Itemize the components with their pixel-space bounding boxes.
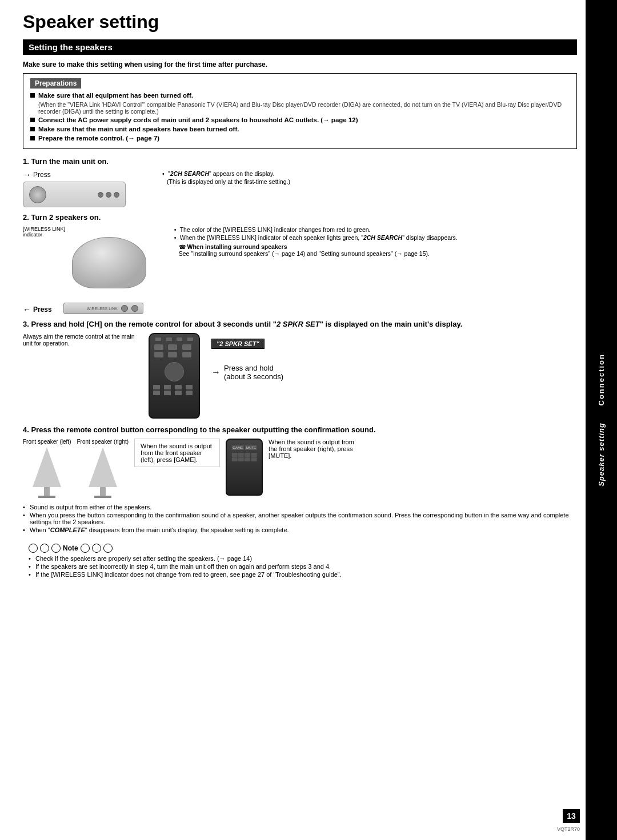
main-unit-figure bbox=[23, 182, 126, 207]
page-number: 13 bbox=[563, 809, 580, 823]
prep-bold-1: Make sure that all equipment has been tu… bbox=[38, 92, 193, 99]
sidebar-connection-label: Connection bbox=[597, 353, 606, 406]
prep-text-4: Prepare the remote control. (→ page 7) bbox=[38, 135, 159, 142]
note-circle-2 bbox=[40, 544, 49, 553]
press-hold-text: Press and hold (about 3 seconds) bbox=[224, 364, 283, 381]
rc-btn-2 bbox=[168, 344, 177, 350]
front-right-label: Front speaker (right) bbox=[77, 439, 129, 445]
remote-control-figure bbox=[149, 333, 200, 419]
step2-right: The color of the [WIRELESS LINK] indicat… bbox=[172, 226, 577, 257]
r-btn-1 bbox=[155, 337, 161, 341]
note-item-1: Check if the speakers are properly set a… bbox=[29, 555, 571, 562]
prep-sub-1: (When the "VIERA Link 'HDAVI Control'" c… bbox=[38, 101, 570, 115]
prep-item-1: Make sure that all equipment has been tu… bbox=[30, 92, 570, 99]
step2-heading: 2. Turn 2 speakers on. bbox=[23, 213, 577, 222]
rbg-8 bbox=[186, 391, 193, 395]
dome-top bbox=[72, 237, 146, 288]
note-title: Note bbox=[29, 544, 571, 553]
prep-item-2: Connect the AC power supply cords of mai… bbox=[30, 116, 570, 123]
step4-section: 4. Press the remote control button corre… bbox=[23, 425, 577, 582]
step2-arrow-icon: ← bbox=[23, 305, 31, 314]
note-item-2: If the speakers are set incorrectly in s… bbox=[29, 563, 571, 570]
note-circle-5 bbox=[92, 544, 101, 553]
install-note: ☎ When installing surround speakers See … bbox=[172, 243, 577, 257]
confirm-box-left: When the sound is output from the front … bbox=[134, 439, 220, 467]
step3-aside: Always aim the remote control at the mai… bbox=[23, 333, 137, 347]
gs-1 bbox=[231, 453, 237, 457]
remote-center-btns bbox=[150, 342, 199, 360]
step2-speaker-group: ← Press bbox=[23, 300, 52, 314]
prep-text-2: Connect the AC power supply cords of mai… bbox=[38, 116, 358, 123]
preparations-box: Preparations Make sure that all equipmen… bbox=[23, 73, 577, 149]
step3-arrow-icon: → bbox=[211, 367, 221, 377]
step1-press: → Press bbox=[23, 170, 149, 179]
gs-4 bbox=[251, 453, 257, 457]
prep-text-3: Make sure that the main unit and speaker… bbox=[38, 126, 239, 132]
gs-5 bbox=[231, 457, 237, 461]
speaker-base-right bbox=[94, 496, 111, 498]
step1-row: → Press "2CH SEARCH" appears on the disp… bbox=[23, 170, 577, 207]
mu-btn-1 bbox=[98, 192, 103, 198]
install-title: When installing surround speakers bbox=[187, 243, 287, 250]
remote-small-grid bbox=[231, 453, 257, 461]
dome-base: WIRELESS LINK bbox=[63, 303, 143, 314]
step1-left: → Press bbox=[23, 170, 149, 207]
step1-heading: 1. Turn the main unit on. bbox=[23, 157, 577, 166]
speaker-stand-right bbox=[100, 487, 106, 496]
rbg-6 bbox=[164, 391, 171, 395]
phone-icon: ☎ bbox=[179, 244, 187, 250]
gs-2 bbox=[238, 453, 244, 457]
intro-text: Make sure to make this setting when usin… bbox=[23, 61, 577, 69]
gs-8 bbox=[251, 457, 257, 461]
game-btn: GAME bbox=[231, 445, 244, 450]
bullet-notes-area: Sound is output from either of the speak… bbox=[23, 504, 577, 533]
step1-right: "2CH SEARCH" appears on the display. (Th… bbox=[160, 170, 577, 186]
gs-3 bbox=[245, 453, 250, 457]
rc-btn-5 bbox=[168, 352, 177, 357]
step1-press-label: Press bbox=[33, 171, 51, 179]
right-sidebar: Connection Speaker setting bbox=[586, 0, 617, 840]
wireless-link-text-small: WIRELESS LINK bbox=[87, 307, 118, 311]
rbg-5 bbox=[153, 391, 160, 395]
confirm-remote-area: GAME MUTE bbox=[226, 439, 263, 496]
remote-top-row bbox=[150, 334, 199, 342]
mu-btn-2 bbox=[106, 192, 111, 198]
rc-btn-6 bbox=[182, 352, 191, 357]
note-circle-6 bbox=[103, 544, 113, 553]
note-circle-3 bbox=[51, 544, 61, 553]
press-hold-label: Press and hold bbox=[224, 364, 283, 372]
right-confirm-text: When the sound is output from the front … bbox=[269, 439, 354, 459]
prep-text-1: Make sure that all equipment has been tu… bbox=[38, 92, 193, 99]
rc-btn-4 bbox=[154, 352, 163, 357]
step2-press-row: ← Press bbox=[23, 305, 52, 314]
about-3-seconds: (about 3 seconds) bbox=[224, 372, 283, 381]
prep-bullet-1 bbox=[30, 93, 35, 98]
step1-note2: (This is displayed only at the first-tim… bbox=[167, 178, 577, 185]
install-note-text: See "Installing surround speakers" (→ pa… bbox=[179, 250, 430, 257]
step3-label-area: "2 SPKR SET" → Press and hold (about 3 s… bbox=[211, 339, 283, 381]
gs-7 bbox=[245, 457, 250, 461]
gs-6 bbox=[238, 457, 244, 461]
step1-note1: "2CH SEARCH" appears on the display. bbox=[160, 170, 577, 177]
prep-item-3: Make sure that the main unit and speaker… bbox=[30, 126, 570, 132]
rc-btn-3 bbox=[182, 344, 191, 350]
spkr-set-label: "2 SPKR SET" bbox=[211, 339, 265, 349]
speaker-btn-small bbox=[131, 305, 138, 312]
r-btn-3 bbox=[177, 337, 182, 341]
power-btn-small bbox=[121, 305, 128, 312]
speaker-triangle-right bbox=[89, 447, 117, 487]
step2-note2-text: When the [WIRELESS LINK] indicator of ea… bbox=[180, 234, 458, 241]
step2-row: [WIRELESS LINK] indicator ← Press WIRELE… bbox=[23, 226, 577, 314]
game-mute-area: GAME MUTE bbox=[231, 445, 257, 461]
sidebar-speaker-label: Speaker setting bbox=[597, 423, 606, 487]
step4-heading: 4. Press the remote control button corre… bbox=[23, 425, 577, 434]
preparations-title: Preparations bbox=[30, 78, 81, 89]
note-label: Note bbox=[63, 544, 78, 552]
rc-btn-1 bbox=[154, 344, 163, 350]
wireless-link-label: [WIRELESS LINK] indicator bbox=[23, 226, 161, 238]
step2-note1-text: The color of the [WIRELESS LINK] indicat… bbox=[180, 226, 371, 233]
rbg-4 bbox=[186, 385, 193, 389]
r-btn-2 bbox=[166, 337, 172, 341]
note-circle-1 bbox=[29, 544, 38, 553]
vqt-code: VQT2R70 bbox=[557, 826, 580, 832]
